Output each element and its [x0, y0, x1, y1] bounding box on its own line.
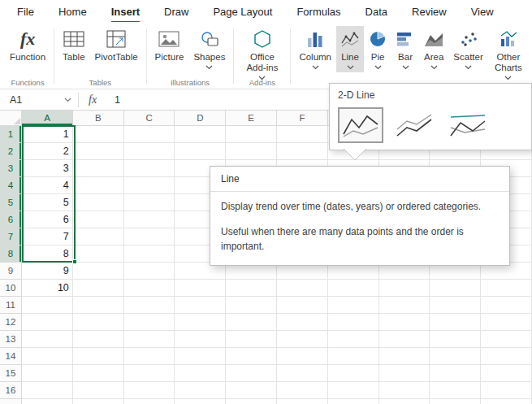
hundred-stacked-line-chart-option[interactable]	[445, 107, 491, 143]
cell-F1[interactable]	[277, 126, 328, 143]
row-header-15[interactable]: 15	[0, 365, 22, 382]
cell-I17[interactable]	[430, 399, 481, 404]
cell-F10[interactable]	[277, 280, 328, 297]
cell-A3[interactable]: 3	[22, 160, 73, 177]
column-header-E[interactable]: E	[226, 111, 277, 126]
menu-tab-file[interactable]: File	[5, 6, 46, 22]
cell-G12[interactable]	[328, 314, 379, 331]
office-addins-button[interactable]: Office Add-ins	[237, 26, 287, 83]
cell-G10[interactable]	[328, 280, 379, 297]
cell-C9[interactable]	[124, 263, 175, 280]
select-all-corner[interactable]	[0, 111, 22, 126]
row-header-16[interactable]: 16	[0, 382, 22, 399]
chart-button-line[interactable]: Line	[336, 26, 364, 72]
cell-H15[interactable]	[379, 365, 430, 382]
cell-G16[interactable]	[328, 382, 379, 399]
cell-J17[interactable]	[481, 399, 532, 404]
function-button[interactable]: fx Function	[5, 26, 50, 65]
cell-J11[interactable]	[481, 297, 532, 314]
cell-C2[interactable]	[124, 143, 175, 160]
menu-tab-insert[interactable]: Insert	[99, 6, 152, 22]
cell-A1[interactable]: 1	[22, 126, 73, 143]
row-header-2[interactable]: 2	[0, 143, 22, 160]
cell-I11[interactable]	[430, 297, 481, 314]
cell-G14[interactable]	[328, 348, 379, 365]
cell-A13[interactable]	[22, 331, 73, 348]
cell-A15[interactable]	[22, 365, 73, 382]
column-header-C[interactable]: C	[124, 111, 175, 126]
cell-C13[interactable]	[124, 331, 175, 348]
cell-H14[interactable]	[379, 348, 430, 365]
cell-D14[interactable]	[175, 348, 226, 365]
stacked-line-chart-option[interactable]	[391, 107, 437, 143]
cell-A9[interactable]: 9	[22, 263, 73, 280]
chevron-down-icon[interactable]	[64, 98, 71, 102]
cell-D13[interactable]	[175, 331, 226, 348]
row-header-13[interactable]: 13	[0, 331, 22, 348]
cell-I10[interactable]	[430, 280, 481, 297]
row-header-9[interactable]: 9	[0, 263, 22, 280]
cell-G13[interactable]	[328, 331, 379, 348]
cell-C8[interactable]	[124, 245, 175, 263]
cell-J13[interactable]	[481, 331, 532, 348]
cell-B8[interactable]	[73, 245, 124, 263]
cell-G11[interactable]	[328, 297, 379, 314]
cell-F13[interactable]	[277, 331, 328, 348]
cell-B17[interactable]	[73, 399, 124, 404]
row-header-6[interactable]: 6	[0, 211, 22, 228]
cell-D15[interactable]	[175, 365, 226, 382]
cell-C11[interactable]	[124, 297, 175, 314]
cell-A12[interactable]	[22, 314, 73, 331]
cell-B15[interactable]	[73, 365, 124, 382]
cell-F15[interactable]	[277, 365, 328, 382]
cell-C3[interactable]	[124, 160, 175, 177]
chart-button-scatter[interactable]: Scatter	[448, 26, 487, 72]
cell-B1[interactable]	[73, 126, 124, 143]
cell-E11[interactable]	[226, 297, 277, 314]
cell-E1[interactable]	[226, 126, 277, 143]
cell-I14[interactable]	[430, 348, 481, 365]
shapes-button[interactable]: Shapes	[188, 26, 230, 72]
column-header-A[interactable]: A	[22, 111, 73, 126]
cell-B13[interactable]	[73, 331, 124, 348]
cell-H16[interactable]	[379, 382, 430, 399]
column-header-B[interactable]: B	[73, 111, 124, 126]
row-header-14[interactable]: 14	[0, 348, 22, 365]
cell-H10[interactable]	[379, 280, 430, 297]
menu-tab-review[interactable]: Review	[400, 6, 459, 22]
row-header-12[interactable]: 12	[0, 314, 22, 331]
table-button[interactable]: Table	[58, 26, 90, 65]
cell-B2[interactable]	[73, 143, 124, 160]
cell-A7[interactable]: 7	[22, 228, 73, 245]
cell-E17[interactable]	[226, 399, 277, 404]
cell-C6[interactable]	[124, 211, 175, 228]
cell-A17[interactable]	[22, 399, 73, 404]
cell-D11[interactable]	[175, 297, 226, 314]
cell-A5[interactable]: 5	[22, 194, 73, 211]
cell-B9[interactable]	[73, 263, 124, 280]
name-box[interactable]: A1	[0, 89, 78, 110]
cell-E14[interactable]	[226, 348, 277, 365]
menu-tab-page-layout[interactable]: Page Layout	[201, 6, 284, 22]
cell-I16[interactable]	[430, 382, 481, 399]
cell-E15[interactable]	[226, 365, 277, 382]
cell-F16[interactable]	[277, 382, 328, 399]
chart-button-other-charts[interactable]: Other Charts	[488, 26, 529, 83]
cell-F14[interactable]	[277, 348, 328, 365]
menu-tab-home[interactable]: Home	[46, 6, 99, 22]
chart-button-bar[interactable]: Bar	[391, 26, 419, 72]
cell-D10[interactable]	[175, 280, 226, 297]
cell-C16[interactable]	[124, 382, 175, 399]
cell-D2[interactable]	[175, 143, 226, 160]
cell-I13[interactable]	[430, 331, 481, 348]
cell-A4[interactable]: 4	[22, 177, 73, 194]
cell-G15[interactable]	[328, 365, 379, 382]
cell-B3[interactable]	[73, 160, 124, 177]
cell-C10[interactable]	[124, 280, 175, 297]
cell-B12[interactable]	[73, 314, 124, 331]
chart-button-column[interactable]: Column	[294, 26, 336, 72]
pivottable-button[interactable]: PivotTable	[90, 26, 143, 65]
row-header-5[interactable]: 5	[0, 194, 22, 211]
cell-A6[interactable]: 6	[22, 211, 73, 228]
cell-D17[interactable]	[175, 399, 226, 404]
